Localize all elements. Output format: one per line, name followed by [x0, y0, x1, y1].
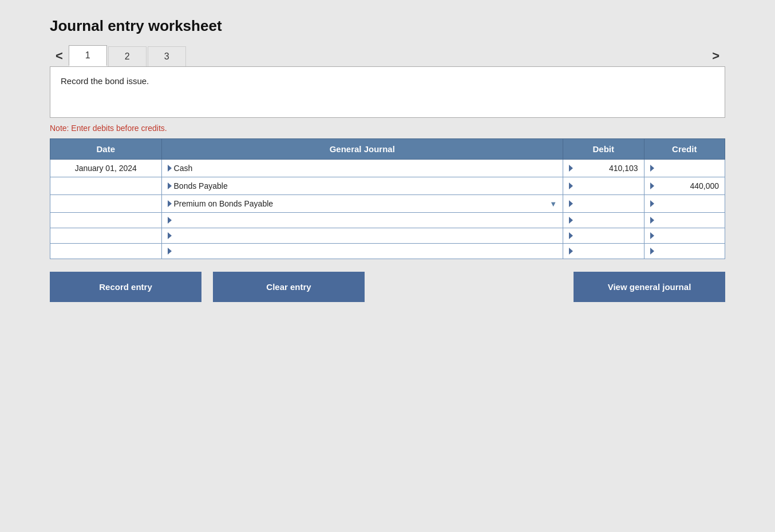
credit-cell-6[interactable]: [644, 244, 725, 259]
debit-value-1: 410,103: [609, 164, 638, 173]
table-row: January 01, 2024 Cash 410,103: [50, 160, 725, 177]
journal-cell-3[interactable]: Premium on Bonds Payable ▼: [161, 195, 563, 213]
date-cell-1: January 01, 2024: [50, 160, 162, 177]
tri-icon-debit-4: [569, 217, 573, 224]
table-header-row: Date General Journal Debit Credit: [50, 139, 725, 160]
tri-icon-6: [168, 248, 172, 255]
debit-cell-5[interactable]: [563, 228, 644, 244]
tri-icon-credit-2: [650, 182, 654, 189]
date-cell-4: [50, 213, 162, 228]
buttons-row: Record entry Clear entry View general jo…: [50, 272, 725, 302]
credit-cell-4[interactable]: [644, 213, 725, 228]
clear-entry-button[interactable]: Clear entry: [213, 272, 365, 302]
tri-icon-2: [168, 182, 172, 189]
tri-icon-3: [168, 200, 172, 207]
header-general-journal: General Journal: [161, 139, 563, 160]
date-cell-5: [50, 228, 162, 244]
tri-icon-4: [168, 217, 172, 224]
header-debit: Debit: [563, 139, 644, 160]
tri-icon-5: [168, 232, 172, 239]
prev-arrow[interactable]: <: [50, 46, 69, 66]
tab-2[interactable]: 2: [108, 46, 147, 66]
main-container: Journal entry worksheet < 1 2 3 > Record…: [50, 17, 725, 302]
header-date: Date: [50, 139, 162, 160]
tri-icon-debit-1: [569, 165, 573, 172]
journal-cell-4[interactable]: [161, 213, 563, 228]
journal-cell-1[interactable]: Cash: [161, 160, 563, 177]
view-general-journal-button[interactable]: View general journal: [574, 272, 725, 302]
tri-icon-credit-1: [650, 165, 654, 172]
credit-cell-2[interactable]: 440,000: [644, 177, 725, 195]
tri-icon-credit-5: [650, 232, 654, 239]
tri-icon-debit-2: [569, 182, 573, 189]
record-entry-button[interactable]: Record entry: [50, 272, 201, 302]
tab-1[interactable]: 1: [69, 45, 107, 66]
date-cell-2: [50, 177, 162, 195]
credit-cell-1[interactable]: [644, 160, 725, 177]
table-row: [50, 213, 725, 228]
page-title: Journal entry worksheet: [50, 17, 725, 35]
journal-cell-6[interactable]: [161, 244, 563, 259]
journal-cell-5[interactable]: [161, 228, 563, 244]
instruction-text: Record the bond issue.: [61, 76, 149, 86]
table-row: Bonds Payable 440,000: [50, 177, 725, 195]
journal-table: Date General Journal Debit Credit Januar…: [50, 138, 725, 259]
note-text: Note: Enter debits before credits.: [50, 124, 725, 133]
dropdown-arrow-3[interactable]: ▼: [549, 200, 557, 208]
table-row: Premium on Bonds Payable ▼: [50, 195, 725, 213]
date-cell-6: [50, 244, 162, 259]
tab-3[interactable]: 3: [148, 46, 186, 66]
tabs-row: < 1 2 3 >: [50, 45, 725, 66]
credit-value-2: 440,000: [690, 181, 719, 190]
next-arrow[interactable]: >: [706, 46, 725, 66]
journal-cell-2[interactable]: Bonds Payable: [161, 177, 563, 195]
debit-cell-1[interactable]: 410,103: [563, 160, 644, 177]
tri-icon-credit-3: [650, 200, 654, 207]
debit-cell-3[interactable]: [563, 195, 644, 213]
date-cell-3: [50, 195, 162, 213]
credit-cell-5[interactable]: [644, 228, 725, 244]
tri-icon-1: [168, 165, 172, 172]
tri-icon-debit-6: [569, 248, 573, 255]
tri-icon-debit-3: [569, 200, 573, 207]
debit-cell-2[interactable]: [563, 177, 644, 195]
journal-label-2: Bonds Payable: [174, 181, 228, 190]
debit-cell-4[interactable]: [563, 213, 644, 228]
tri-icon-credit-6: [650, 248, 654, 255]
table-row: [50, 228, 725, 244]
journal-label-3: Premium on Bonds Payable: [174, 199, 274, 208]
journal-label-1: Cash: [174, 164, 193, 173]
instruction-box: Record the bond issue.: [50, 66, 725, 118]
tri-icon-credit-4: [650, 217, 654, 224]
tri-icon-debit-5: [569, 232, 573, 239]
header-credit: Credit: [644, 139, 725, 160]
credit-cell-3[interactable]: [644, 195, 725, 213]
debit-cell-6[interactable]: [563, 244, 644, 259]
table-row: [50, 244, 725, 259]
